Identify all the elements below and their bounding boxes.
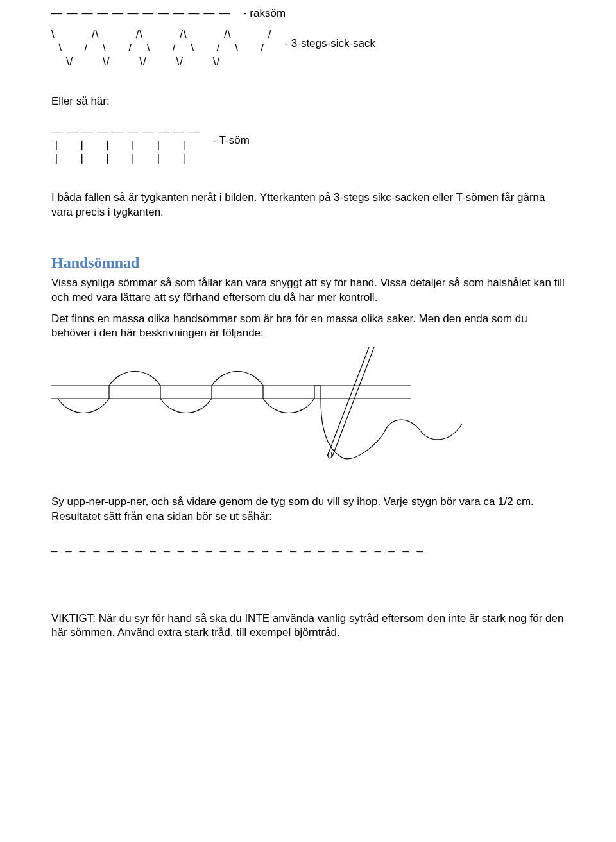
stitch-dash-result: _ _ _ _ _ _ _ _ _ _ _ _ _ _ _ _ _ _ _ _ … [51, 540, 565, 553]
stitch-row-zigzag: \ /\ /\ /\ /\ / \ / \ / \ / \ / \ / \/ \… [51, 28, 565, 69]
stitch-ascii-zigzag: \ /\ /\ /\ /\ / \ / \ / \ / \ / \ / \/ \… [51, 28, 271, 69]
stitch-label-zigzag: - 3-stegs-sick-sack [284, 28, 375, 51]
stitch-row-tsom: — — — — — — — — — — | | | | | | | | | | … [51, 125, 565, 166]
stitch-label-tsom: - T-söm [213, 125, 250, 148]
svg-point-4 [328, 452, 332, 458]
document-page: — — — — — — — — — — — — - raksöm \ /\ /\… [0, 0, 616, 842]
stitch-label-raksom: - raksöm [243, 6, 286, 21]
paragraph-instructions: Sy upp-ner-upp-ner, och så vidare genom … [51, 495, 565, 524]
svg-line-3 [332, 347, 374, 456]
stitch-row-raksom: — — — — — — — — — — — — - raksöm [51, 6, 565, 21]
paragraph-hand-2: Det finns en massa olika handsömmar som … [51, 312, 565, 341]
paragraph-hand-1: Vissa synliga sömmar så som fållar kan v… [51, 276, 565, 305]
paragraph-intro: I båda fallen så är tygkanten neråt i bi… [51, 191, 565, 220]
stitch-ascii-tsom: — — — — — — — — — — | | | | | | | | | | … [51, 125, 200, 166]
text-eller: Eller så här: [51, 94, 565, 109]
svg-line-2 [327, 347, 369, 456]
paragraph-important: VIKTIGT: När du syr för hand så ska du I… [51, 612, 565, 641]
heading-handsomnad: Handsömnad [51, 252, 565, 273]
stitch-ascii-raksom: — — — — — — — — — — — — [51, 6, 230, 20]
diagram-needle-stitch [51, 347, 565, 469]
